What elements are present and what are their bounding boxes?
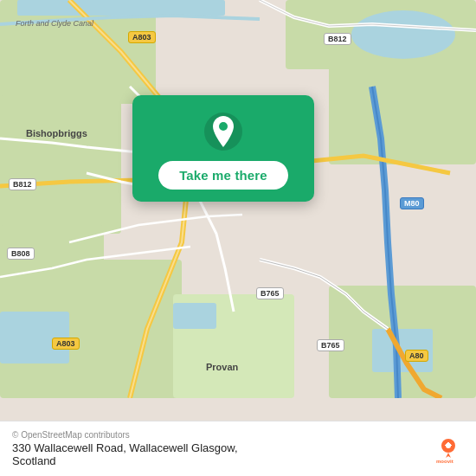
svg-rect-11 — [173, 303, 216, 329]
attribution-text: © OpenStreetMap contributors — [12, 430, 238, 440]
svg-rect-9 — [17, 0, 225, 16]
road-badge-m80: M80 — [400, 197, 424, 209]
svg-text:moovit: moovit — [436, 459, 453, 464]
bottom-bar: © OpenStreetMap contributors 330 Wallace… — [0, 421, 476, 476]
moovit-icon: moovit — [433, 434, 464, 465]
take-me-there-button[interactable]: Take me there — [158, 161, 288, 190]
popup-card: Take me there — [132, 95, 314, 202]
svg-point-18 — [446, 443, 451, 448]
svg-point-10 — [351, 10, 455, 59]
place-label-provan: Provan — [206, 362, 238, 372]
road-badge-a80: A80 — [405, 350, 428, 362]
svg-rect-4 — [329, 61, 476, 164]
road-badge-b765-1: B765 — [256, 287, 284, 299]
canal-label: Forth and Clyde Canal — [16, 19, 93, 28]
svg-rect-2 — [0, 95, 121, 234]
place-label-bishopbriggs: Bishopbriggs — [26, 128, 87, 138]
svg-point-15 — [219, 122, 228, 131]
road-badge-b808: B808 — [7, 248, 35, 260]
road-badge-a803-bottom: A803 — [52, 338, 80, 350]
moovit-logo: moovit — [433, 434, 464, 465]
address-text: 330 Wallacewell Road, Wallacewell Glasgo… — [12, 441, 238, 454]
bottom-info: © OpenStreetMap contributors 330 Wallace… — [12, 430, 238, 467]
location-pin-icon — [203, 111, 244, 152]
road-badge-a803-top: A803 — [128, 31, 156, 43]
road-badge-b812-top: B812 — [324, 33, 351, 45]
address-text-line2: Scotland — [12, 454, 238, 467]
road-badge-b765-2: B765 — [317, 339, 344, 351]
road-badge-b812-left: B812 — [9, 178, 36, 190]
map-container: A803 A803 B812 B812 B808 B765 B765 M80 A… — [0, 0, 476, 476]
